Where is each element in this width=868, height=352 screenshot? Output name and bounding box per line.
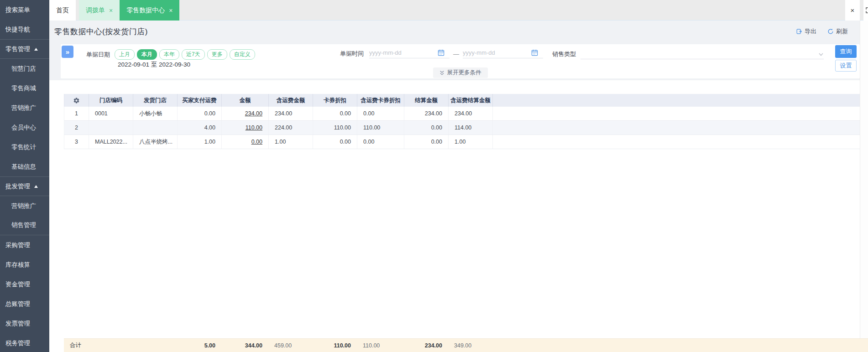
tab-close-icon[interactable]: × — [169, 7, 173, 14]
cell-rownum: 3 — [64, 135, 89, 149]
calendar-icon[interactable] — [438, 49, 444, 56]
sales-type-label: 销售类型 — [552, 50, 576, 58]
cell-store-code — [89, 121, 133, 135]
range-pill-自定义[interactable]: 自定义 — [230, 49, 255, 60]
sidebar-item-发票管理[interactable]: 发票管理 — [0, 314, 49, 333]
sidebar-item-采购管理[interactable]: 采购管理 — [0, 235, 49, 255]
triangle-up-icon — [34, 185, 38, 188]
sidebar-item-快捷导航[interactable]: 快捷导航 — [0, 20, 49, 39]
cell-amount[interactable]: 234.00 — [222, 107, 269, 120]
cell-settle-amount-incl-shipping: 1.00 — [449, 135, 493, 149]
tab-零售数据中心[interactable]: 零售数据中心× — [120, 0, 179, 21]
column-header-ship-store: 发货门店 — [133, 94, 178, 107]
sidebar-item-批发管理[interactable]: 批发管理 — [0, 176, 49, 196]
expand-more-conditions-button[interactable]: 展开更多条件 — [433, 67, 488, 78]
date-to-input[interactable] — [463, 49, 531, 56]
cell-amount[interactable]: 0.00 — [222, 135, 269, 149]
settings-button[interactable]: 设置 — [835, 60, 857, 72]
cell-coupon-discount-incl-shipping: 110.00 — [357, 121, 404, 135]
sidebar-item-销售管理[interactable]: 销售管理 — [0, 216, 49, 235]
fullscreen-icon — [866, 7, 868, 13]
main-area: 首页调拨单×零售数据中心× × 零售数据中心(按发货门店) 导出 刷新 — [49, 0, 868, 352]
calendar-icon[interactable] — [531, 49, 538, 56]
table-row[interactable]: 10001小畅小畅0.00234.00234.000.000.00234.002… — [64, 107, 868, 121]
table-row[interactable]: 24.00110.00224.00110.00110.000.00114.00 — [64, 121, 868, 135]
range-pill-本月[interactable]: 本月 — [137, 49, 157, 60]
sidebar-item-税务管理[interactable]: 税务管理 — [0, 333, 49, 352]
sidebar-menu: 搜索菜单快捷导航零售管理智慧门店零售商城营销推广会员中心零售统计基础信息批发管理… — [0, 0, 49, 352]
refresh-icon — [827, 28, 834, 35]
column-header-coupon-discount-incl-shipping: 含运费卡券折扣 — [357, 94, 404, 107]
doc-date-label: 单据日期 — [86, 51, 110, 59]
sidebar-item-label: 销售管理 — [11, 221, 36, 229]
cell-buyer-shipping-fee: 4.00 — [178, 121, 222, 135]
sidebar-item-label: 会员中心 — [11, 124, 36, 132]
sidebar-item-基础信息[interactable]: 基础信息 — [0, 157, 49, 176]
double-chevron-right-icon: » — [66, 48, 69, 56]
sidebar-item-总账管理[interactable]: 总账管理 — [0, 294, 49, 314]
sidebar-item-智慧门店[interactable]: 智慧门店 — [0, 59, 49, 78]
sidebar-item-零售统计[interactable]: 零售统计 — [0, 137, 49, 157]
sidebar-item-label: 采购管理 — [5, 241, 30, 249]
title-bar: 零售数据中心(按发货门店) 导出 刷新 — [49, 21, 868, 42]
tab-label: 调拨单 — [86, 6, 105, 15]
chevron-down-icon — [818, 52, 824, 57]
sales-type-select[interactable] — [580, 49, 824, 59]
cell-amount-incl-shipping: 224.00 — [269, 121, 313, 135]
sidebar-item-label: 基础信息 — [11, 163, 36, 171]
sidebar-item-资金管理[interactable]: 资金管理 — [0, 274, 49, 294]
cell-settle-amount-incl-shipping: 114.00 — [449, 121, 493, 135]
range-pill-本年[interactable]: 本年 — [159, 49, 179, 60]
tab-list: 首页调拨单×零售数据中心× — [49, 0, 179, 20]
cell-store-code: 0001 — [89, 107, 133, 120]
sidebar-item-label: 零售统计 — [11, 143, 36, 151]
refresh-button[interactable]: 刷新 — [827, 27, 848, 36]
collapse-filter-button[interactable]: » — [62, 46, 73, 58]
sidebar-item-label: 批发管理 — [5, 182, 30, 191]
vertical-scrollbar[interactable] — [860, 21, 868, 338]
cell-settle-amount-incl-shipping: 234.00 — [449, 107, 493, 120]
column-header-coupon-discount: 卡券折扣 — [313, 94, 357, 107]
summary-row: 合计5.00344.00459.00110.00110.00234.00349.… — [64, 338, 868, 352]
fullscreen-button[interactable] — [863, 0, 868, 21]
sales-type-filter: 销售类型 — [552, 49, 824, 59]
sidebar-item-label: 资金管理 — [5, 280, 30, 289]
column-header-rownum[interactable] — [64, 94, 89, 107]
tab-首页[interactable]: 首页 — [49, 0, 76, 21]
data-table: 门店编码发货门店买家支付运费金额含运费金额卡券折扣含运费卡券折扣结算金额含运费结… — [64, 94, 868, 149]
query-button[interactable]: 查询 — [835, 45, 857, 58]
export-icon — [796, 28, 802, 35]
window-close-button[interactable]: × — [845, 0, 860, 21]
sidebar-item-label: 税务管理 — [5, 339, 30, 347]
sidebar-item-营销推广[interactable]: 营销推广 — [0, 196, 49, 216]
export-button[interactable]: 导出 — [796, 27, 816, 36]
column-header-amount: 金额 — [222, 94, 269, 107]
summary-buyer-shipping-fee: 5.00 — [177, 339, 221, 352]
sidebar-item-label: 搜索菜单 — [5, 6, 30, 14]
gear-icon — [73, 97, 80, 104]
range-pill-近7天[interactable]: 近7天 — [182, 49, 205, 60]
sidebar-item-零售商城[interactable]: 零售商城 — [0, 78, 49, 98]
summary-amount: 344.00 — [221, 339, 268, 352]
content-area: » 单据日期 上月本月本年近7天更多自定义 2022-09-01 至 2022-… — [49, 42, 868, 352]
table-body: 10001小畅小畅0.00234.00234.000.000.00234.002… — [64, 107, 868, 149]
tab-close-icon[interactable]: × — [109, 7, 113, 14]
table-row[interactable]: 3MALL2022...八点半烧烤...1.000.001.000.000.00… — [64, 135, 868, 149]
sidebar-item-库存核算[interactable]: 库存核算 — [0, 255, 49, 274]
cell-rownum: 2 — [64, 121, 89, 135]
sidebar-item-营销推广[interactable]: 营销推广 — [0, 98, 49, 118]
range-pill-上月[interactable]: 上月 — [115, 49, 135, 60]
cell-amount[interactable]: 110.00 — [222, 121, 269, 135]
refresh-label: 刷新 — [836, 27, 848, 36]
sidebar-item-零售管理[interactable]: 零售管理 — [0, 39, 49, 59]
close-icon: × — [851, 6, 855, 14]
cell-settle-amount: 0.00 — [404, 121, 449, 135]
sidebar-item-搜索菜单[interactable]: 搜索菜单 — [0, 0, 49, 20]
sidebar-item-会员中心[interactable]: 会员中心 — [0, 118, 49, 137]
cell-settle-amount: 0.00 — [404, 135, 449, 149]
cell-coupon-discount: 110.00 — [313, 121, 357, 135]
date-from-input[interactable] — [369, 49, 438, 56]
tab-调拨单[interactable]: 调拨单× — [79, 0, 120, 21]
summary-amount-incl-shipping: 459.00 — [268, 339, 313, 352]
range-pill-更多[interactable]: 更多 — [207, 49, 227, 60]
